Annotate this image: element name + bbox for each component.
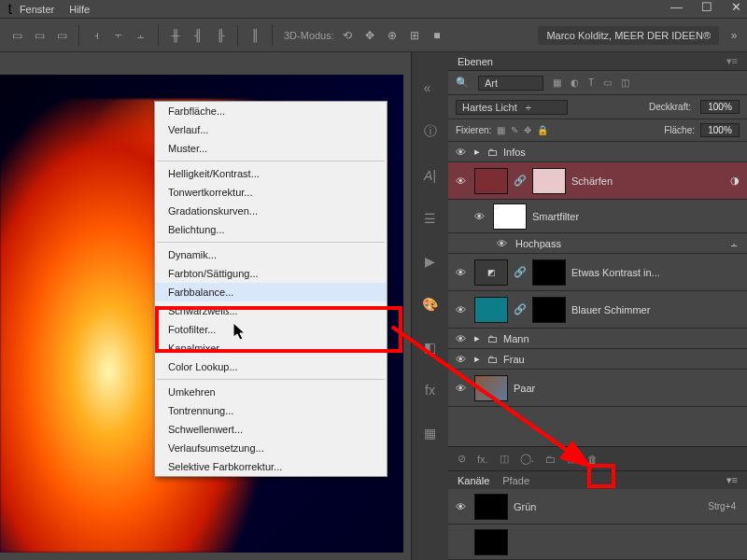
menu-item[interactable]: Schwellenwert... <box>155 420 387 439</box>
new-group-icon[interactable]: 🗀 <box>545 454 556 465</box>
filter-shape-icon[interactable]: ▭ <box>603 77 612 88</box>
lock-label: Fixieren: <box>456 125 491 135</box>
visibility-icon[interactable]: 👁 <box>452 147 469 158</box>
menu-item[interactable]: Farbfläche... <box>155 102 387 120</box>
window-close-icon[interactable]: ✕ <box>731 0 741 14</box>
align-icon[interactable]: ▭ <box>7 26 26 45</box>
pan-icon[interactable]: ✥ <box>360 26 379 45</box>
layer-group-row[interactable]: 👁 ▸🗀 Mann <box>448 329 747 349</box>
menu-hilfe[interactable]: Hilfe <box>62 2 97 17</box>
orbit-icon[interactable]: ⟲ <box>338 26 357 45</box>
link-layers-icon[interactable]: ⊘ <box>458 453 466 465</box>
rotate-icon[interactable]: ■ <box>428 26 446 45</box>
delete-layer-icon[interactable]: 🗑 <box>587 454 598 465</box>
visibility-icon[interactable]: 👁 <box>452 354 469 365</box>
visibility-icon[interactable]: 👁 <box>452 383 469 394</box>
info-panel-icon[interactable]: ⓘ <box>424 123 437 140</box>
move-icon[interactable]: ⊕ <box>383 26 402 45</box>
layer-row[interactable]: 👁 Smartfilter <box>448 200 747 233</box>
layer-row[interactable]: 👁 🔗 Blauer Schimmer <box>448 291 747 329</box>
panel-toggle-icon[interactable]: » <box>725 26 743 45</box>
visibility-icon[interactable]: 👁 <box>471 211 487 222</box>
align-icon[interactable]: ▭ <box>30 26 49 45</box>
menu-item[interactable]: Umkehren <box>155 383 387 401</box>
distribute-icon[interactable]: ║ <box>246 26 264 45</box>
blend-mode-select[interactable]: Hartes Licht ÷ <box>456 100 568 115</box>
channel-row[interactable]: 👁 Grün Strg+4 <box>448 489 747 525</box>
adjustment-layer-icon[interactable]: ◯. <box>520 453 534 465</box>
color-panel-icon[interactable]: 🎨 <box>422 297 438 312</box>
new-layer-icon[interactable]: ◫ <box>567 453 576 465</box>
panel-icon[interactable]: ◧ <box>424 340 436 355</box>
visibility-icon[interactable]: 👁 <box>452 304 469 315</box>
opacity-input[interactable]: 100% <box>700 100 740 114</box>
filter-type-icon[interactable]: T <box>588 77 594 88</box>
menu-item[interactable]: Muster... <box>155 139 387 158</box>
layer-row[interactable]: 👁 Paar <box>448 370 747 407</box>
layer-row[interactable]: 👁 🔗 Schärfen ◑ <box>448 162 747 200</box>
opacity-label: Deckkraft: <box>649 102 691 112</box>
lock-move-icon[interactable]: ✥ <box>524 125 531 135</box>
layer-row[interactable]: 👁 ◩🔗 Etwas Kontrast in... <box>448 254 747 291</box>
distribute-icon[interactable]: ╟ <box>211 26 230 45</box>
window-minimize-icon[interactable]: — <box>670 0 683 14</box>
adjustment-context-menu: Farbfläche... Verlauf... Muster... Helli… <box>154 101 388 477</box>
distribute-icon[interactable]: ⫞ <box>87 26 106 45</box>
credit-box[interactable]: Marco Kolditz, MEER DER IDEEN® <box>538 26 719 45</box>
filter-smart-icon[interactable]: ◫ <box>621 77 629 88</box>
annotation-box <box>587 464 615 488</box>
visibility-icon[interactable]: 👁 <box>452 175 469 187</box>
menu-item[interactable]: Dynamik... <box>155 245 387 264</box>
menu-fenster[interactable]: Fenster <box>12 2 62 17</box>
annotation-box <box>155 306 402 353</box>
menu-item[interactable]: Verlaufsumsetzung... <box>155 439 387 457</box>
layers-tab[interactable]: Ebenen <box>458 56 493 67</box>
distribute-icon[interactable]: ╫ <box>166 26 185 45</box>
menu-item[interactable]: Verlauf... <box>155 120 387 139</box>
visibility-icon[interactable]: 👁 <box>452 267 469 278</box>
paths-tab[interactable]: Pfade <box>502 475 529 486</box>
window-maximize-icon[interactable]: ☐ <box>701 0 712 14</box>
lock-all-icon[interactable]: 🔒 <box>537 125 548 135</box>
layer-row[interactable]: 👁 Hochpass ⫠ <box>448 233 747 254</box>
channel-row[interactable] <box>448 525 747 560</box>
menu-item[interactable]: Farbton/Sättigung... <box>155 264 387 283</box>
lock-pixel-icon[interactable]: ▦ <box>497 125 505 135</box>
panel-menu-icon[interactable]: ▾≡ <box>726 55 738 67</box>
styles-panel-icon[interactable]: fx <box>425 383 435 398</box>
menu-item[interactable]: Tonwertkorrektur... <box>155 183 387 202</box>
character-panel-icon[interactable]: A| <box>424 168 436 183</box>
channels-tab[interactable]: Kanäle <box>458 475 489 486</box>
actions-panel-icon[interactable]: ▶ <box>425 254 435 269</box>
collapse-icon[interactable]: « <box>424 80 431 95</box>
layer-style-icon[interactable]: fx. <box>477 454 488 465</box>
folder-icon: 🗀 <box>487 147 498 158</box>
layer-group-row[interactable]: 👁 ▸🗀 Frau <box>448 349 747 370</box>
fill-input[interactable]: 100% <box>700 123 740 137</box>
panel-icon[interactable]: ▦ <box>424 426 436 441</box>
panel-menu-icon[interactable]: ▾≡ <box>726 474 738 486</box>
align-icon[interactable]: ▭ <box>52 26 71 45</box>
panel-icon[interactable]: ☰ <box>424 211 436 226</box>
menu-item[interactable]: Helligkeit/Kontrast... <box>155 164 387 183</box>
visibility-icon[interactable]: 👁 <box>452 333 469 344</box>
lock-brush-icon[interactable]: ✎ <box>511 125 518 135</box>
filter-adjust-icon[interactable]: ◐ <box>571 77 579 88</box>
mode-3d-label: 3D-Modus: <box>284 30 334 41</box>
menu-item-farbbalance[interactable]: Farbbalance... <box>155 283 387 301</box>
menu-item[interactable]: Tontrennung... <box>155 401 387 420</box>
visibility-icon[interactable]: 👁 <box>493 238 510 249</box>
scale-icon[interactable]: ⊞ <box>405 26 424 45</box>
fill-label: Fläche: <box>664 125 695 135</box>
layer-group-row[interactable]: 👁 ▸🗀 Infos <box>448 142 747 162</box>
layer-mask-icon[interactable]: ◫ <box>500 453 509 465</box>
menu-item[interactable]: Selektive Farbkorrektur... <box>155 457 387 476</box>
filter-pixel-icon[interactable]: ▦ <box>553 77 561 88</box>
filter-select[interactable]: Art <box>478 76 543 91</box>
distribute-icon[interactable]: ⫠ <box>132 26 150 45</box>
distribute-icon[interactable]: ╢ <box>189 26 207 45</box>
menu-item[interactable]: Gradationskurven... <box>155 202 387 220</box>
menu-item[interactable]: Belichtung... <box>155 220 387 239</box>
distribute-icon[interactable]: ⫟ <box>109 26 128 45</box>
menu-item[interactable]: Color Lookup... <box>155 357 387 376</box>
